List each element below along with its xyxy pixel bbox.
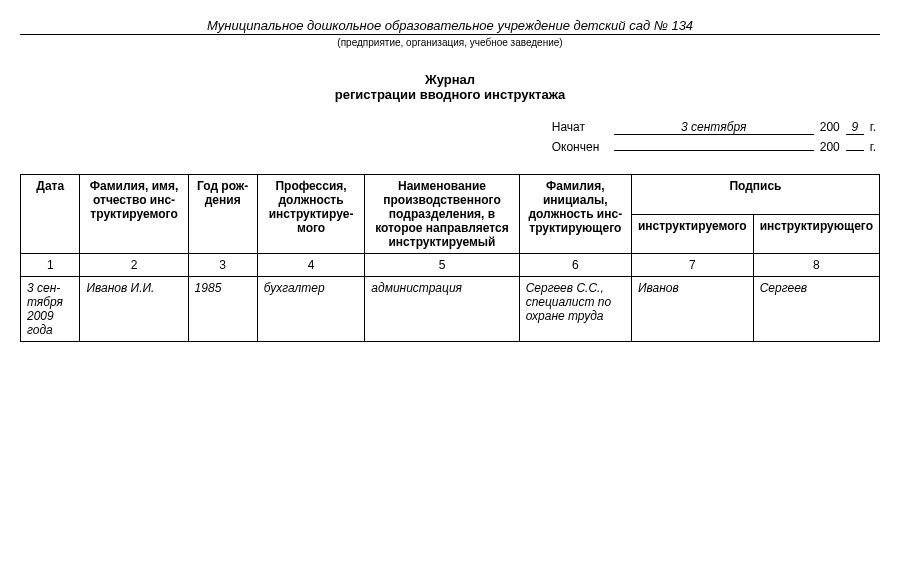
end-date-row: Окончен 200 г. (552, 137, 876, 154)
end-year (846, 137, 864, 151)
date-block: Начат 3 сентября 200 9 г. Окончен 200 г. (20, 120, 880, 156)
year-suffix: г. (870, 120, 876, 134)
th-sign1: инструктируемого (631, 214, 753, 254)
coln-2: 2 (80, 254, 188, 277)
org-title: Муниципальное дошкольное образовательное… (20, 18, 880, 35)
coln-8: 8 (753, 254, 879, 277)
coln-7: 7 (631, 254, 753, 277)
th-date: Дата (21, 175, 80, 254)
th-instructor: Фамилия, инициалы, должность инс­труктир… (519, 175, 631, 254)
start-century: 200 (820, 120, 840, 134)
cell-sign2: Сергеев (753, 277, 879, 342)
cell-prof: бухгалтер (257, 277, 365, 342)
start-label: Начат (552, 120, 608, 134)
cell-instructor: Сергеев С.С., специалист по охране труда (519, 277, 631, 342)
th-prof: Профессия, должность инструктируе­мого (257, 175, 365, 254)
colnum-row: 1 2 3 4 5 6 7 8 (21, 254, 880, 277)
table-row: 3 сен­тября 2009 года Иванов И.И. 1985 б… (21, 277, 880, 342)
th-dept: Наименование производственного подраздел… (365, 175, 519, 254)
doc-title-line2: регистрации вводного инструктажа (20, 87, 880, 102)
th-sign2: инструктирующего (753, 214, 879, 254)
th-birth: Год рож­дения (188, 175, 257, 254)
doc-title-line1: Журнал (20, 72, 880, 87)
coln-5: 5 (365, 254, 519, 277)
start-date-row: Начат 3 сентября 200 9 г. (552, 120, 876, 135)
coln-6: 6 (519, 254, 631, 277)
cell-dept: администрация (365, 277, 519, 342)
th-sign-group: Подпись (631, 175, 879, 215)
year-suffix-end: г. (870, 140, 876, 154)
coln-4: 4 (257, 254, 365, 277)
org-header: Муниципальное дошкольное образовательное… (20, 18, 880, 48)
cell-date: 3 сен­тября 2009 года (21, 277, 80, 342)
end-century: 200 (820, 140, 840, 154)
end-label: Окончен (552, 140, 608, 154)
log-table: Дата Фамилия, имя, отчество инс­труктиру… (20, 174, 880, 342)
th-fio: Фамилия, имя, отчество инс­труктируемого (80, 175, 188, 254)
coln-3: 3 (188, 254, 257, 277)
cell-sign1: Иванов (631, 277, 753, 342)
coln-1: 1 (21, 254, 80, 277)
org-subtitle: (предприятие, организация, учебное завед… (20, 37, 880, 48)
cell-fio: Иванов И.И. (80, 277, 188, 342)
start-year: 9 (846, 120, 864, 135)
end-date-value (614, 137, 814, 151)
start-date-value: 3 сентября (614, 120, 814, 135)
cell-birth: 1985 (188, 277, 257, 342)
